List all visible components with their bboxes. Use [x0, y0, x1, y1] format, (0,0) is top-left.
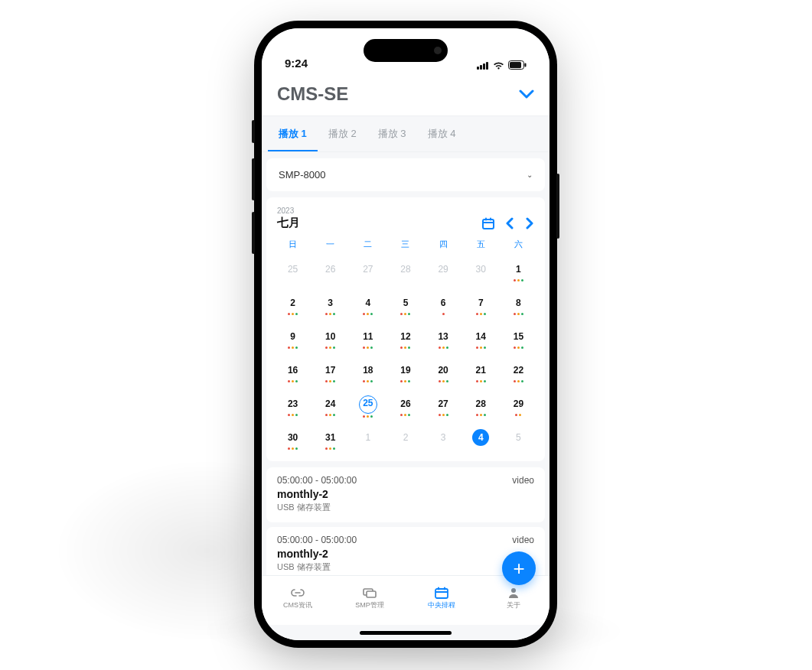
svg-rect-15 [444, 587, 445, 590]
svg-rect-6 [525, 63, 527, 67]
tab-play-3[interactable]: 播放 3 [367, 116, 417, 151]
calendar-day[interactable]: 24 [311, 392, 349, 420]
calendar-card: 2023 七月 日一二三四五六 [266, 197, 545, 461]
wifi-icon [493, 61, 504, 70]
event-type: video [512, 475, 534, 486]
calendar-day[interactable]: 3 [311, 291, 349, 319]
calendar-day[interactable]: 15 [500, 325, 537, 353]
nav-user[interactable]: 关于 [478, 587, 549, 610]
calendar-day[interactable]: 7 [462, 291, 500, 319]
card-icon [362, 587, 377, 599]
event-sub: USB 储存装置 [277, 561, 534, 573]
calendar-day[interactable]: 27 [349, 258, 386, 285]
nav-calendar[interactable]: 中央排程 [406, 587, 478, 610]
event-type: video [512, 535, 534, 545]
calendar-weekdays: 日一二三四五六 [266, 233, 545, 255]
status-icons [477, 60, 527, 70]
calendar-day[interactable]: 27 [425, 392, 462, 420]
calendar-day[interactable]: 18 [349, 359, 386, 386]
calendar-day[interactable]: 1 [349, 426, 386, 454]
svg-rect-9 [490, 218, 491, 221]
battery-icon [508, 60, 527, 70]
calendar-day[interactable]: 6 [425, 291, 462, 319]
page-title: CMS-SE [277, 83, 348, 105]
calendar-day[interactable]: 23 [274, 392, 311, 420]
calendar-day[interactable]: 2 [274, 291, 311, 319]
calendar-day[interactable]: 19 [386, 359, 424, 386]
nav-label: 中央排程 [428, 600, 455, 610]
calendar-day[interactable]: 11 [349, 325, 386, 353]
nav-card[interactable]: SMP管理 [334, 587, 406, 610]
nav-link[interactable]: CMS资讯 [262, 587, 334, 610]
calendar-day[interactable]: 28 [386, 258, 424, 285]
event-time: 05:00:00 - 05:00:00 [277, 535, 357, 545]
next-month-button[interactable] [525, 217, 534, 229]
calendar-day[interactable]: 26 [386, 392, 424, 420]
calendar-icon [434, 587, 449, 599]
weekday-label: 五 [462, 233, 500, 255]
header-dropdown-button[interactable] [519, 89, 534, 99]
cellular-icon [477, 61, 489, 70]
weekday-label: 一 [311, 233, 349, 255]
calendar-day[interactable]: 29 [425, 258, 462, 285]
calendar-day[interactable]: 1 [500, 258, 537, 285]
calendar-year-month: 2023 七月 [277, 207, 300, 229]
nav-label: 关于 [507, 600, 520, 610]
svg-rect-14 [438, 587, 439, 590]
calendar-day[interactable]: 14 [462, 325, 500, 353]
user-icon [506, 587, 521, 599]
calendar-day[interactable]: 17 [311, 359, 349, 386]
svg-rect-7 [483, 220, 494, 229]
svg-point-17 [511, 588, 516, 593]
calendar-day[interactable]: 20 [425, 359, 462, 386]
svg-rect-1 [480, 65, 482, 70]
calendar-day[interactable]: 4 [349, 291, 386, 319]
calendar-day[interactable]: 9 [274, 325, 311, 353]
link-icon [290, 587, 305, 599]
event-sub: USB 储存装置 [277, 502, 534, 513]
calendar-day[interactable]: 30 [462, 258, 500, 285]
svg-rect-2 [483, 63, 485, 70]
calendar-day[interactable]: 12 [386, 325, 424, 353]
calendar-day[interactable]: 5 [386, 291, 424, 319]
event-name: monthly-2 [277, 488, 534, 500]
calendar-day[interactable]: 28 [462, 392, 500, 420]
calendar-day[interactable]: 3 [425, 426, 462, 454]
calendar-day[interactable]: 8 [500, 291, 537, 319]
weekday-label: 二 [349, 233, 386, 255]
calendar-day[interactable]: 30 [274, 426, 311, 454]
weekday-label: 三 [386, 233, 424, 255]
device-select[interactable]: SMP-8000 ⌄ [266, 158, 545, 191]
tab-play-2[interactable]: 播放 2 [318, 116, 367, 151]
calendar-day[interactable]: 25 [274, 258, 311, 285]
calendar-day[interactable]: 16 [274, 359, 311, 386]
chevron-down-icon: ⌄ [527, 171, 533, 179]
month-picker-button[interactable] [482, 217, 494, 229]
calendar-day[interactable]: 21 [462, 359, 500, 386]
calendar-grid: 2526272829301234567891011121314151617181… [266, 255, 545, 457]
calendar-day[interactable]: 5 [500, 426, 537, 454]
prev-month-button[interactable] [505, 217, 514, 229]
calendar-day[interactable]: 22 [500, 359, 537, 386]
nav-label: SMP管理 [355, 600, 384, 610]
calendar-day[interactable]: 26 [311, 258, 349, 285]
tab-play-4[interactable]: 播放 4 [417, 116, 467, 151]
calendar-day[interactable]: 10 [311, 325, 349, 353]
tab-play-1[interactable]: 播放 1 [268, 116, 318, 151]
calendar-day[interactable]: 4 [462, 426, 500, 454]
weekday-label: 日 [274, 233, 311, 255]
header: CMS-SE [262, 73, 549, 116]
nav-label: CMS资讯 [283, 600, 312, 610]
calendar-day[interactable]: 25 [349, 392, 386, 420]
calendar-day[interactable]: 31 [311, 426, 349, 454]
svg-rect-5 [510, 62, 521, 68]
svg-rect-0 [477, 67, 479, 70]
calendar-day[interactable]: 13 [425, 325, 462, 353]
play-tabs: 播放 1播放 2播放 3播放 4 [262, 116, 549, 152]
weekday-label: 六 [500, 233, 537, 255]
add-button[interactable]: + [502, 551, 536, 585]
event-card[interactable]: 05:00:00 - 05:00:00videomonthly-2USB 储存装… [266, 467, 545, 522]
device-selected: SMP-8000 [279, 169, 325, 181]
calendar-day[interactable]: 2 [386, 426, 424, 454]
calendar-day[interactable]: 29 [500, 392, 537, 420]
